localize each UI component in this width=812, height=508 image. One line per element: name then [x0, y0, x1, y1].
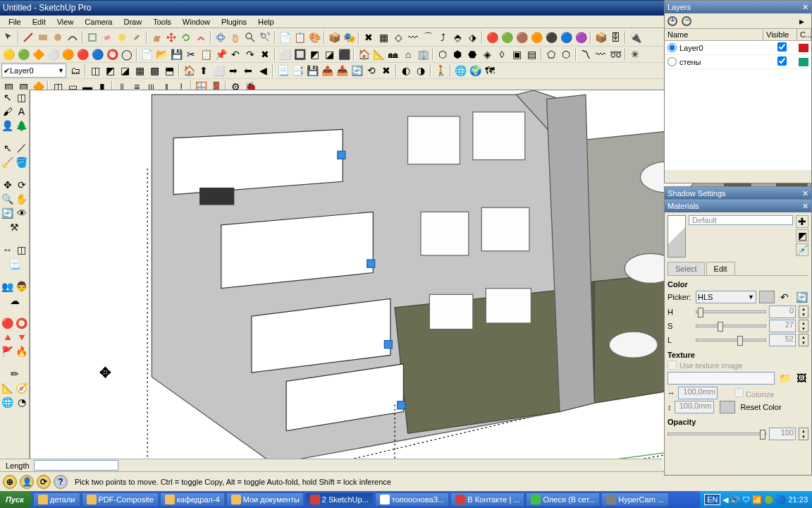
- earth1-icon[interactable]: 🌐: [453, 64, 467, 78]
- task-item[interactable]: PDF-Composite: [82, 492, 159, 507]
- lt-pan2-icon[interactable]: ✋: [16, 193, 28, 205]
- sphere5-icon[interactable]: ⚫: [544, 30, 558, 44]
- remove-layer-icon[interactable]: −: [682, 16, 691, 26]
- delete-icon[interactable]: ✖: [362, 30, 376, 44]
- cube4-icon[interactable]: ◪: [322, 47, 336, 61]
- sphere7-icon[interactable]: 🟣: [574, 30, 588, 44]
- slice2-icon[interactable]: ◑: [414, 64, 428, 78]
- layer-row[interactable]: Layer0: [665, 41, 811, 55]
- ring-icon[interactable]: ⭕: [105, 47, 119, 61]
- opacity-slider[interactable]: [668, 433, 766, 435]
- shadow5-icon[interactable]: ▩: [147, 64, 161, 78]
- texture-height-input[interactable]: 100,0mm: [675, 401, 714, 413]
- page2-icon[interactable]: 📑: [290, 64, 304, 78]
- shadow2-icon[interactable]: ◩: [103, 64, 117, 78]
- house1-icon[interactable]: 🏠: [357, 47, 371, 61]
- menu-edit[interactable]: Edit: [27, 16, 51, 28]
- lt-section-icon[interactable]: ◫: [16, 243, 28, 256]
- circle-tool-icon[interactable]: [51, 30, 65, 44]
- wire7-icon[interactable]: ▤: [524, 47, 539, 61]
- box2-icon[interactable]: 🗄: [608, 30, 622, 44]
- lt-text-icon[interactable]: A: [16, 105, 28, 118]
- wire2-icon[interactable]: ⬢: [450, 47, 465, 61]
- reset-color-button[interactable]: Reset Color: [741, 403, 782, 411]
- sandbox2-icon[interactable]: 〰: [593, 47, 608, 61]
- menu-view[interactable]: View: [51, 16, 80, 28]
- task-item[interactable]: кафедрал-4: [160, 492, 225, 507]
- l-spinner[interactable]: ▲▼: [799, 334, 808, 346]
- wire3-icon[interactable]: ⬣: [465, 47, 479, 61]
- lang-indicator[interactable]: EN: [704, 494, 720, 505]
- lt-globe-icon[interactable]: 🌐: [1, 396, 14, 409]
- tape-tool-icon[interactable]: [115, 30, 129, 44]
- status-claim-icon[interactable]: 👤: [20, 475, 34, 489]
- layer-radio[interactable]: [668, 43, 677, 52]
- cube3-icon[interactable]: ◩: [307, 47, 321, 61]
- task-item[interactable]: HyperCam ...: [601, 492, 669, 507]
- h-spinner[interactable]: ▲▼: [799, 306, 808, 318]
- model-info-icon[interactable]: 📄: [278, 30, 292, 44]
- slice1-icon[interactable]: ◐: [399, 64, 413, 78]
- lt-select-icon[interactable]: ↖: [1, 91, 14, 104]
- page3-icon[interactable]: 💾: [305, 64, 319, 78]
- cube1-icon[interactable]: ⬜: [278, 47, 292, 61]
- lt-compass-icon[interactable]: 🧭: [16, 382, 28, 394]
- picker-dropdown[interactable]: HLS▼: [696, 291, 756, 303]
- earth2-icon[interactable]: 🌍: [468, 64, 482, 78]
- shadow6-icon[interactable]: ⬒: [162, 64, 176, 78]
- layer-color-swatch[interactable]: [799, 44, 808, 52]
- lt-dim-icon[interactable]: ↔: [1, 243, 14, 256]
- lt-scale-icon[interactable]: 👨: [16, 280, 28, 293]
- colorize-checkbox[interactable]: [734, 388, 744, 397]
- shadow1-icon[interactable]: ◫: [88, 64, 102, 78]
- offset-tool-icon[interactable]: [194, 30, 208, 44]
- menu-plugins[interactable]: Plugins: [216, 16, 252, 28]
- tray-icon[interactable]: 🔵: [776, 495, 786, 504]
- menu-help[interactable]: Help: [252, 16, 280, 28]
- materials-title[interactable]: Materials✕: [665, 200, 811, 212]
- sandbox3-icon[interactable]: ➿: [608, 47, 622, 61]
- menu-tools[interactable]: Tools: [147, 16, 177, 28]
- wire5-icon[interactable]: ◊: [495, 47, 509, 61]
- s-spinner[interactable]: ▲▼: [799, 320, 808, 332]
- texture-width-input[interactable]: 100,0mm: [678, 387, 718, 399]
- use-texture-checkbox[interactable]: [668, 361, 677, 370]
- components-icon[interactable]: 📦: [327, 30, 341, 44]
- lt-red1-icon[interactable]: 🔴: [1, 317, 14, 329]
- layers-close-icon[interactable]: ✕: [802, 3, 808, 12]
- page1-icon[interactable]: 📃: [276, 64, 290, 78]
- lt-red2-icon[interactable]: ⭕: [16, 317, 28, 329]
- rotate-tool-icon[interactable]: [179, 30, 193, 44]
- tray-icon[interactable]: 🛡: [742, 495, 750, 504]
- yellow-icon[interactable]: 🟡: [1, 47, 16, 61]
- select-tool-icon[interactable]: [1, 30, 16, 44]
- task-item[interactable]: 2 SketchUp...: [305, 492, 374, 507]
- system-tray[interactable]: EN ◀ 🔊 🛡 📶 🟢 🔵 21:23: [700, 491, 812, 508]
- house4-icon[interactable]: ⌂: [401, 47, 415, 61]
- start-button[interactable]: Пуск: [0, 491, 32, 508]
- lt-paint-icon[interactable]: 🖌: [1, 105, 14, 118]
- save-file-icon[interactable]: 💾: [169, 47, 183, 61]
- status-geo-icon[interactable]: ⊕: [3, 475, 17, 489]
- pushpull-tool-icon[interactable]: [149, 30, 164, 44]
- l-slider[interactable]: [696, 339, 766, 341]
- h-slider[interactable]: [696, 310, 766, 313]
- grey-icon[interactable]: ⚪: [46, 47, 60, 61]
- cube2-icon[interactable]: 🔲: [293, 47, 307, 61]
- lt-zoom2-icon[interactable]: 🔍: [1, 193, 14, 205]
- task-item[interactable]: Мои документы: [226, 492, 304, 507]
- eraser-tool-icon[interactable]: [100, 30, 114, 44]
- lt-orbit2-icon[interactable]: 🔄: [1, 207, 14, 219]
- layers-title[interactable]: Layers✕: [665, 1, 811, 13]
- lt-rot2-icon[interactable]: ⟳: [16, 179, 28, 191]
- clock[interactable]: 21:23: [788, 495, 808, 504]
- orange-icon[interactable]: 🟠: [61, 47, 75, 61]
- arc-tool-icon[interactable]: [66, 30, 80, 44]
- ring2-icon[interactable]: ◯: [120, 47, 134, 61]
- lt-arrow-icon[interactable]: ↖: [1, 142, 14, 155]
- materials-icon[interactable]: 🎨: [307, 30, 321, 44]
- tab-edit[interactable]: Edit: [706, 262, 735, 275]
- component-icon[interactable]: [85, 30, 99, 44]
- lt-pie-icon[interactable]: ◔: [16, 396, 28, 409]
- move-tool-icon[interactable]: [164, 30, 178, 44]
